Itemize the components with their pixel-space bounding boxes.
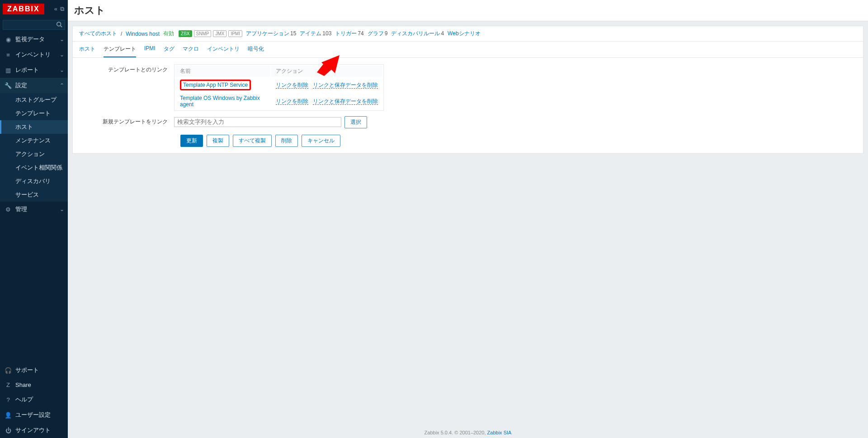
chevron-down-icon: ⌄ [60,206,64,212]
sidebar-top: ZABBIX « ⧉ [0,0,68,18]
footer-share[interactable]: Z Share [0,378,68,392]
subnav-service[interactable]: サービス [0,188,68,202]
chevron-down-icon: ⌄ [60,52,64,58]
bc-application[interactable]: アプリケーション15 [246,30,296,38]
new-template-row: 新規テンプレートをリンク 選択 [79,116,857,128]
template-link-1[interactable]: Template OS Windows by Zabbix agent [180,95,260,108]
button-row: 更新 複製 すべて複製 削除 キャンセル [180,135,857,147]
tab-tag[interactable]: タグ [164,42,175,57]
linked-templates-table: 名前 アクション Template App NTP Service リンクを削除… [174,64,384,111]
tab-inventory[interactable]: インベントリ [207,42,240,57]
bc-application-count: 15 [290,30,296,37]
nav-settings-label: 設定 [15,81,60,89]
subnav-host[interactable]: ホスト [0,120,68,134]
sidebar: ZABBIX « ⧉ ◉ 監視データ ⌄ ≡ インベントリ ⌄ ▥ レポート ⌄… [0,0,68,438]
tab-host[interactable]: ホスト [79,42,95,57]
eye-icon: ◉ [4,36,13,43]
badge-zbx: ZBX [179,30,192,37]
popout-icon[interactable]: ⧉ [60,5,64,13]
search-wrap [3,20,65,30]
bc-web-label: Webシナリオ [448,30,480,37]
help-icon: ? [4,396,13,403]
user-icon: 👤 [4,412,13,419]
bc-all-hosts[interactable]: すべてのホスト [79,30,117,38]
unlink-clear-1[interactable]: リンクと保存データを削除 [313,98,378,105]
footer-usersettings[interactable]: 👤 ユーザー設定 [0,407,68,423]
z-icon: Z [4,381,13,388]
collapse-icon[interactable]: « [54,5,57,13]
top-icons: « ⧉ [54,5,68,13]
bc-web[interactable]: Webシナリオ [448,30,481,38]
footer-share-label: Share [15,381,31,388]
update-button[interactable]: 更新 [180,135,203,147]
nav-inventory[interactable]: ≡ インベントリ ⌄ [0,47,68,62]
bc-graphs[interactable]: グラフ9 [368,30,388,38]
cancel-button[interactable]: キャンセル [302,135,340,147]
bc-graphs-count: 9 [385,30,388,37]
subnav-discovery[interactable]: ディスカバリ [0,174,68,188]
footer-support-label: サポート [15,366,39,374]
bc-items-count: 103 [322,30,331,37]
footer-help-label: ヘルプ [15,396,33,404]
page-title: ホスト [74,4,862,17]
footer-text: Zabbix 5.0.4. © 2001–2020, [425,430,487,435]
power-icon: ⏻ [4,427,13,434]
clone-button[interactable]: 複製 [207,135,229,147]
nav-monitoring[interactable]: ◉ 監視データ ⌄ [0,32,68,47]
nav-administration[interactable]: ⚙ 管理 ⌄ [0,202,68,217]
bc-sep: / [121,31,122,37]
nav-settings[interactable]: 🔧 設定 ⌃ [0,78,68,93]
subnav-settings: ホストグループ テンプレート ホスト メンテナンス アクション イベント相関関係… [0,93,68,202]
chevron-down-icon: ⌄ [60,67,64,73]
tab-macro[interactable]: マクロ [183,42,199,57]
subnav-correlation[interactable]: イベント相関関係 [0,161,68,174]
bc-graphs-label: グラフ [368,30,384,37]
new-template-input[interactable] [174,117,341,127]
select-button[interactable]: 選択 [344,116,367,128]
bc-items[interactable]: アイテム103 [300,30,331,38]
template-link-0[interactable]: Template App NTP Service [183,82,248,88]
nav-reports-label: レポート [15,66,60,74]
search-icon[interactable] [56,21,62,29]
footer-signout[interactable]: ⏻ サインアウト [0,423,68,438]
tab-encryption[interactable]: 暗号化 [248,42,264,57]
new-template-label: 新規テンプレートをリンク [79,116,174,128]
linked-templates-label: テンプレートとのリンク [79,64,174,111]
unlink-1[interactable]: リンクを削除 [276,98,308,105]
bc-triggers-count: 74 [358,30,363,37]
gear-icon: ⚙ [4,206,13,213]
footer-support[interactable]: 🎧 サポート [0,363,68,378]
tab-ipmi[interactable]: IPMI [144,42,156,57]
badge-jmx: JMX [213,30,226,37]
tab-template[interactable]: テンプレート [104,42,136,57]
bc-current-host[interactable]: Windows host [126,31,160,37]
unlink-clear-0[interactable]: リンクと保存データを削除 [313,82,378,89]
bc-triggers[interactable]: トリガー74 [335,30,363,38]
subnav-action[interactable]: アクション [0,147,68,161]
col-name: 名前 [175,66,270,77]
nav-reports[interactable]: ▥ レポート ⌄ [0,62,68,78]
footer-help[interactable]: ? ヘルプ [0,392,68,407]
bc-discovery-count: 4 [441,30,444,37]
badge-snmp: SNMP [194,30,212,37]
subnav-maintenance[interactable]: メンテナンス [0,134,68,147]
linked-templates-row: テンプレートとのリンク 名前 アクション Template App NTP Se… [79,64,857,111]
subnav-template[interactable]: テンプレート [0,107,68,120]
bc-discovery[interactable]: ディスカバリルール4 [391,30,444,38]
chart-icon: ▥ [4,67,13,74]
bc-application-label: アプリケーション [246,30,289,37]
logo[interactable]: ZABBIX [3,4,44,14]
highlighted-template: Template App NTP Service [180,80,251,90]
subnav-hostgroup[interactable]: ホストグループ [0,93,68,107]
svg-line-1 [61,26,62,28]
tab-bar: ホスト テンプレート IPMI タグ マクロ インベントリ 暗号化 [72,42,863,58]
footer-link[interactable]: Zabbix SIA [487,430,512,435]
unlink-0[interactable]: リンクを削除 [276,82,308,89]
breadcrumb-bar: すべてのホスト / Windows host 有効 ZBX SNMP JMX I… [72,26,863,42]
fullclone-button[interactable]: すべて複製 [233,135,272,147]
delete-button[interactable]: 削除 [275,135,298,147]
footer-signout-label: サインアウト [15,426,51,434]
nav-inventory-label: インベントリ [15,51,60,59]
wrench-icon: 🔧 [4,82,13,89]
list-icon: ≡ [4,52,13,58]
